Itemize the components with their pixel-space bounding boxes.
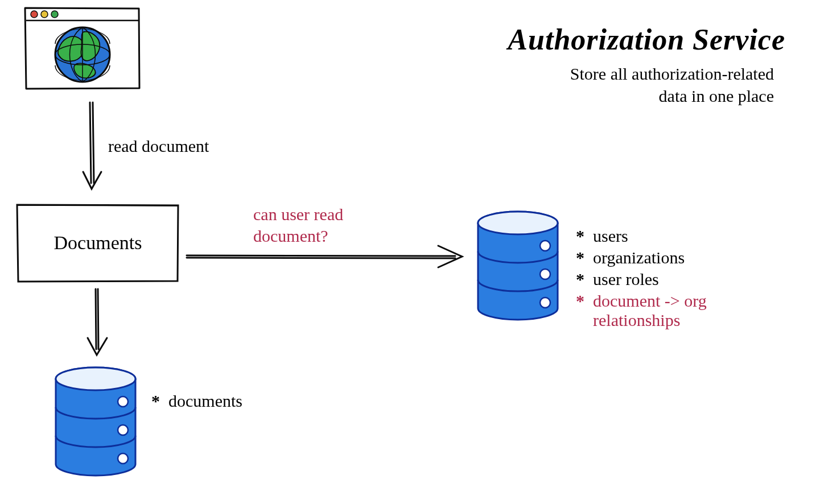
local-db-icon xyxy=(56,367,135,476)
svg-point-12 xyxy=(478,212,558,234)
authz-db-icon xyxy=(478,212,558,320)
asterisk-icon: * xyxy=(151,391,163,411)
subtitle-line-1: Store all authorization-related xyxy=(570,64,774,83)
asterisk-icon: * xyxy=(576,226,587,246)
svg-point-0 xyxy=(31,11,38,18)
bullet-doc-org-line2: relationships xyxy=(593,311,680,329)
diagram-stage: Authorization Service Store all authoriz… xyxy=(0,0,824,504)
asterisk-icon: * xyxy=(576,291,587,311)
svg-point-10 xyxy=(118,453,128,464)
arrow-docs-to-localdb xyxy=(88,289,107,355)
bullet-organizations-text: organizations xyxy=(593,248,685,267)
svg-point-7 xyxy=(56,367,135,390)
label-read-document: read document xyxy=(108,137,209,156)
bullet-organizations: * organizations xyxy=(576,248,792,267)
asterisk-icon: * xyxy=(576,248,587,267)
diagram-title: Authorization Service xyxy=(353,23,785,56)
svg-point-15 xyxy=(540,298,550,308)
asterisk-icon: * xyxy=(576,270,587,289)
documents-box-label: Documents xyxy=(18,232,178,254)
svg-point-9 xyxy=(118,425,128,435)
label-can-read-line1: can user read xyxy=(253,205,343,225)
svg-point-2 xyxy=(51,11,58,18)
bullet-users: * users xyxy=(576,226,792,246)
label-can-read-line2: document? xyxy=(253,226,328,246)
browser-icon xyxy=(25,8,139,89)
arrow-browser-to-docs xyxy=(83,102,101,189)
svg-point-11 xyxy=(478,212,558,234)
bullet-user-roles-text: user roles xyxy=(593,270,659,289)
bullet-users-text: users xyxy=(593,226,628,246)
diagram-subtitle: Store all authorization-related data in … xyxy=(410,63,774,107)
bullet-documents-text: documents xyxy=(168,391,242,411)
svg-point-13 xyxy=(540,241,550,251)
svg-point-6 xyxy=(56,367,135,390)
bullet-doc-org-text: document -> org relationships xyxy=(593,291,707,330)
local-db-bullets: * documents xyxy=(151,391,242,413)
svg-point-1 xyxy=(41,11,48,18)
bullet-documents: * documents xyxy=(151,391,242,411)
svg-point-8 xyxy=(118,396,128,407)
authz-db-bullets: * users * organizations * user roles * d… xyxy=(576,226,792,332)
arrow-docs-to-authz xyxy=(187,246,462,267)
bullet-user-roles: * user roles xyxy=(576,270,792,289)
svg-point-14 xyxy=(540,269,550,279)
svg-point-3 xyxy=(55,27,110,82)
svg-point-4 xyxy=(55,44,110,65)
subtitle-line-2: data in one place xyxy=(659,86,774,105)
bullet-doc-org: * document -> org relationships xyxy=(576,291,792,330)
bullet-doc-org-line1: document -> org xyxy=(593,291,707,310)
